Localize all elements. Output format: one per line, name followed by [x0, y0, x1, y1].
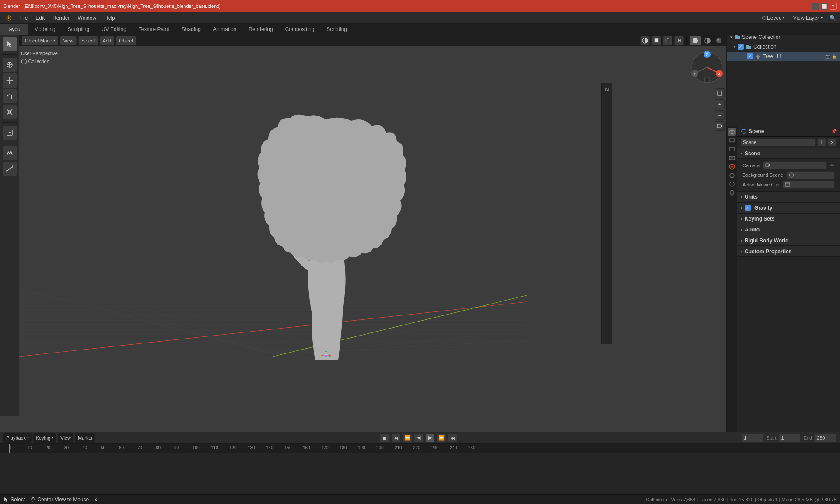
- tab-modeling[interactable]: Modeling: [28, 24, 62, 35]
- props-icon-modifier[interactable]: [728, 189, 736, 197]
- viewport-gizmo-toggle[interactable]: ⊕: [674, 36, 684, 46]
- chevron-down-icon2: ▾: [821, 16, 822, 20]
- scene-section-header[interactable]: ▾ Scene: [737, 148, 840, 159]
- props-icon-scene-data[interactable]: [728, 163, 736, 171]
- timeline-ruler[interactable]: 1 10 20 30 40 50 60 70 80 90 100 110 120…: [0, 444, 840, 453]
- menu-render[interactable]: Render: [49, 14, 73, 22]
- tool-cursor[interactable]: [2, 57, 17, 72]
- movie-clip-value[interactable]: [783, 181, 835, 189]
- props-icon-render[interactable]: [728, 136, 736, 144]
- tool-move[interactable]: [2, 73, 17, 88]
- tree-visibility-checkbox[interactable]: ✓: [747, 53, 753, 60]
- zoom-out[interactable]: −: [715, 110, 724, 120]
- new-scene[interactable]: +: [817, 138, 826, 146]
- tool-rotate[interactable]: [2, 89, 17, 104]
- visibility-checkbox[interactable]: ✓: [738, 44, 744, 50]
- timeline: Playback ▾ Keying ▾ View Marker ⏹ ⏮ ⏪ ◀ …: [0, 432, 840, 504]
- gravity-section-header[interactable]: ▸ ✓ Gravity: [737, 203, 840, 213]
- audio-section-header[interactable]: ▸ Audio: [737, 224, 840, 235]
- center-view-btn[interactable]: Center View to Mouse: [30, 497, 89, 503]
- menu-help[interactable]: Help: [101, 14, 119, 22]
- props-icon-world[interactable]: [728, 172, 736, 179]
- next-keyframe[interactable]: ⏩: [437, 433, 446, 443]
- camera-value[interactable]: [763, 161, 827, 169]
- shading-material[interactable]: [703, 36, 712, 46]
- start-frame[interactable]: 1: [779, 434, 801, 442]
- header-search[interactable]: 🔍: [828, 13, 837, 23]
- tab-shading[interactable]: Shading: [175, 24, 207, 35]
- gravity-checkbox[interactable]: ✓: [745, 205, 751, 211]
- zoom-in[interactable]: +: [715, 99, 724, 109]
- view-menu[interactable]: View: [60, 36, 77, 46]
- viewport-shading-options[interactable]: [640, 36, 650, 46]
- shading-solid[interactable]: [690, 36, 701, 46]
- add-menu[interactable]: Add: [100, 36, 115, 46]
- keying-dropdown[interactable]: Keying ▾: [33, 433, 56, 443]
- tab-uv-editing[interactable]: UV Editing: [95, 24, 133, 35]
- menu-file[interactable]: File: [16, 14, 31, 22]
- viewport-overlay[interactable]: ⬡: [663, 36, 672, 46]
- units-section-header[interactable]: ▸ Units: [737, 192, 840, 202]
- props-icon-scene[interactable]: [728, 128, 736, 136]
- play-reverse[interactable]: ◀: [414, 433, 424, 443]
- shading-rendered[interactable]: [714, 36, 724, 46]
- props-pin-icon[interactable]: 📌: [831, 129, 836, 133]
- tab-sculpting[interactable]: Sculpting: [62, 24, 95, 35]
- tool-annotate[interactable]: [2, 146, 17, 161]
- camera-view[interactable]: [715, 121, 724, 131]
- playhead[interactable]: [9, 444, 10, 453]
- play-button-sq[interactable]: ⏹: [380, 433, 389, 443]
- custom-props-section-header[interactable]: ▸ Custom Properties: [737, 246, 840, 257]
- keying-section-header[interactable]: ▸ Keying Sets: [737, 214, 840, 224]
- render-engine-dropdown[interactable]: ⬡ Eevee ▾: [758, 13, 788, 23]
- camera-edit-icon[interactable]: ✏: [830, 162, 835, 168]
- jump-end[interactable]: ⏭: [448, 433, 458, 443]
- menu-edit[interactable]: Edit: [32, 14, 48, 22]
- blender-logo[interactable]: [3, 14, 15, 22]
- marker-menu[interactable]: Marker: [75, 433, 95, 443]
- play-forward[interactable]: ▶: [425, 433, 435, 443]
- playback-dropdown[interactable]: Playback ▾: [4, 433, 32, 443]
- maximize-button[interactable]: ⬜: [821, 3, 828, 10]
- tree-object[interactable]: [243, 108, 418, 371]
- frame-mark-40: 40: [82, 445, 87, 450]
- tool-scale[interactable]: [2, 105, 17, 119]
- bg-scene-value[interactable]: [787, 171, 835, 179]
- navigation-gizmo[interactable]: Z X Y: [690, 50, 724, 85]
- menu-window[interactable]: Window: [74, 14, 100, 22]
- end-frame[interactable]: 250: [815, 434, 836, 442]
- view-layer-dropdown[interactable]: View Layer ▾: [790, 13, 826, 23]
- jump-start[interactable]: ⏮: [391, 433, 401, 443]
- object-menu[interactable]: Object: [116, 36, 136, 46]
- current-frame[interactable]: 1: [742, 434, 763, 442]
- tab-compositing[interactable]: Compositing: [279, 24, 321, 35]
- props-icon-object[interactable]: [728, 180, 736, 188]
- props-icon-view[interactable]: [728, 154, 736, 162]
- perspective-ortho-toggle[interactable]: [715, 88, 724, 98]
- object-mode-dropdown[interactable]: Object Mode ▾: [22, 36, 58, 46]
- tool-transform[interactable]: [2, 125, 17, 140]
- unlink-scene[interactable]: ✕: [828, 138, 836, 146]
- tab-scripting[interactable]: Scripting: [320, 24, 353, 35]
- toggle-sidebar[interactable]: N: [602, 85, 612, 94]
- close-button[interactable]: ✕: [830, 3, 836, 10]
- select-mode-indicator[interactable]: Select: [4, 497, 25, 503]
- add-workspace-button[interactable]: +: [353, 24, 363, 34]
- props-icon-output[interactable]: [728, 145, 736, 153]
- tab-texture-paint[interactable]: Texture Paint: [133, 24, 175, 35]
- tab-animation[interactable]: Animation: [207, 24, 242, 35]
- outliner-item-collection[interactable]: ▾ ✓ Collection: [727, 42, 840, 52]
- tool-select[interactable]: [2, 37, 17, 52]
- toolbar-sep-1: [2, 54, 17, 55]
- viewport-display-mode[interactable]: 🔲: [651, 36, 661, 46]
- tool-measure[interactable]: [2, 161, 17, 176]
- rigid-body-section-header[interactable]: ▸ Rigid Body World: [737, 235, 840, 246]
- minimize-button[interactable]: —: [812, 3, 819, 10]
- select-menu[interactable]: Select: [78, 36, 98, 46]
- tab-layout[interactable]: Layout: [0, 24, 28, 35]
- prev-keyframe[interactable]: ⏪: [402, 433, 412, 443]
- timeline-view-menu[interactable]: View: [58, 433, 74, 443]
- viewport-3d[interactable]: User Perspective (1) Collection Z X Y: [19, 48, 726, 416]
- outliner-item-tree[interactable]: ✓ Tree_11 📷 🔒: [727, 52, 840, 61]
- tab-rendering[interactable]: Rendering: [242, 24, 279, 35]
